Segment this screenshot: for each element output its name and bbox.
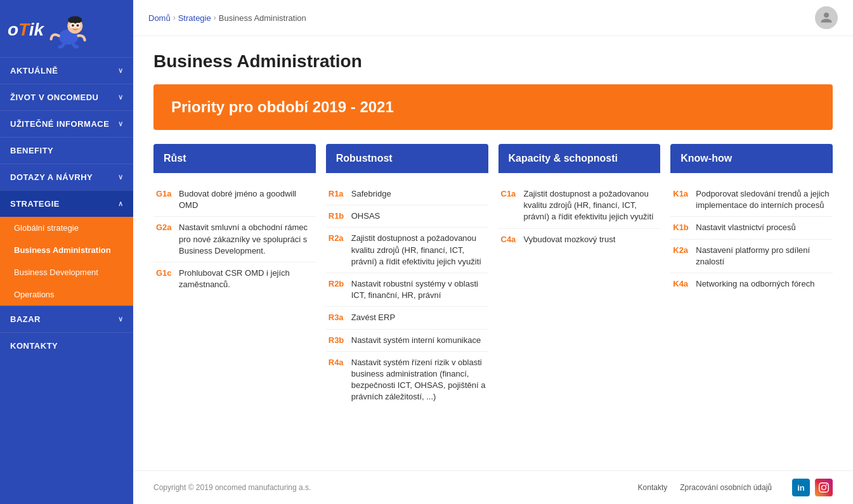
breadcrumb-home[interactable]: Domů	[148, 13, 171, 23]
instagram-icon[interactable]	[815, 479, 833, 496]
list-item: K4a Networking na odborných fórech	[670, 273, 833, 295]
nav-item-aktualne[interactable]: AKTUÁLNĚ ∨	[0, 57, 133, 84]
list-item: K2a Nastavení platformy pro sdílení znal…	[670, 240, 833, 273]
column-robustnost-header: Robustnost	[326, 144, 488, 173]
nav-item-kontakty[interactable]: KONTAKTY	[0, 332, 133, 359]
list-item: R2b Nastavit robustní systémy v oblasti …	[326, 273, 488, 307]
column-rust: Růst G1a Budovat dobré jméno a goodwill …	[153, 144, 316, 408]
list-item: C4a Vybudovat mozkový trust	[498, 229, 661, 250]
list-item: R4a Nastavit systém řízení rizik v oblas…	[326, 352, 488, 408]
footer-link-kontakty[interactable]: Kontakty	[638, 483, 668, 492]
list-item: K1b Nastavit vlastnictví procesů	[670, 217, 833, 239]
linkedin-icon[interactable]: in	[792, 479, 810, 496]
user-avatar[interactable]	[815, 6, 838, 29]
svg-point-4	[77, 24, 79, 26]
column-rust-header: Růst	[153, 144, 316, 173]
strategie-subnav: Globální strategie Business Administrati…	[0, 217, 133, 306]
column-kapacity-header: Kapacity & schopnosti	[498, 144, 661, 173]
nav-item-strategie[interactable]: STRATEGIE ∧	[0, 190, 133, 217]
list-item: R3a Zavést ERP	[326, 307, 488, 329]
subnav-item-globalni[interactable]: Globální strategie	[0, 217, 133, 239]
content-area: Business Administration Priority pro obd…	[133, 36, 853, 470]
topbar: Domů › Strategie › Business Administrati…	[133, 0, 853, 36]
page-title: Business Administration	[153, 51, 833, 72]
logo-text[interactable]: oTik	[8, 21, 44, 39]
chevron-down-icon: ∨	[118, 173, 124, 181]
footer-link-osobni[interactable]: Zpracování osobních údajů	[680, 483, 772, 492]
breadcrumb-strategie[interactable]: Strategie	[178, 13, 211, 23]
list-item: R1b OHSAS	[326, 205, 488, 228]
chevron-up-icon: ∧	[118, 200, 124, 208]
footer-social: in	[792, 479, 833, 496]
column-knowhow-header: Know-how	[670, 144, 833, 173]
nav-item-bazar[interactable]: BAZAR ∨	[0, 306, 133, 332]
column-knowhow: Know-how K1a Podporovat sledování trendů…	[670, 144, 833, 408]
svg-point-3	[72, 24, 74, 26]
column-kapacity: Kapacity & schopnosti C1a Zajistit dostu…	[498, 144, 661, 408]
list-item: G1a Budovat dobré jméno a goodwill OMD	[153, 183, 316, 217]
logo-mascot	[46, 11, 91, 49]
chevron-down-icon: ∨	[118, 67, 124, 75]
list-item: G1c Prohlubovat CSR OMD i jejích zaměstn…	[153, 262, 316, 295]
footer: Copyright © 2019 oncomed manufacturing a…	[133, 470, 853, 504]
breadcrumb-current: Business Administration	[219, 13, 306, 23]
subnav-item-business-dev[interactable]: Business Development	[0, 261, 133, 283]
footer-links: Kontakty Zpracování osobních údajů	[638, 483, 772, 492]
breadcrumb-sep-2: ›	[214, 13, 216, 22]
priority-banner: Priority pro období 2019 - 2021	[153, 84, 833, 130]
list-item: R3b Nastavit systém interní komunikace	[326, 330, 488, 352]
list-item: G2a Nastavit smluvní a obchodní rámec pr…	[153, 217, 316, 262]
sidebar-logo: oTik	[0, 0, 133, 57]
breadcrumb-sep-1: ›	[173, 13, 176, 22]
nav-item-zivot[interactable]: ŽIVOT V ONCOMEDU ∨	[0, 84, 133, 110]
list-item: C1a Zajistit dostupnost a požadovanou kv…	[498, 183, 661, 229]
list-item: K1a Podporovat sledování trendů a jejich…	[670, 183, 833, 217]
list-item: R1a Safebridge	[326, 183, 488, 205]
chevron-down-icon: ∨	[118, 315, 124, 323]
chevron-down-icon: ∨	[118, 120, 124, 128]
subnav-item-business-admin[interactable]: Business Administration	[0, 239, 133, 261]
priority-columns: Růst G1a Budovat dobré jméno a goodwill …	[153, 144, 833, 408]
subnav-item-operations[interactable]: Operations	[0, 283, 133, 306]
svg-point-2	[68, 16, 82, 24]
footer-copyright: Copyright © 2019 oncomed manufacturing a…	[153, 483, 311, 492]
breadcrumb: Domů › Strategie › Business Administrati…	[148, 13, 306, 23]
chevron-down-icon: ∨	[118, 93, 124, 101]
column-robustnost: Robustnost R1a Safebridge R1b OHSAS R2a …	[326, 144, 488, 408]
nav-item-benefity[interactable]: BENEFITY	[0, 137, 133, 164]
sidebar: oTik	[0, 0, 133, 504]
nav-item-dotazy[interactable]: DOTAZY A NÁVRHY ∨	[0, 164, 133, 190]
main-content: Domů › Strategie › Business Administrati…	[133, 0, 853, 504]
list-item: R2a Zajistit dostupnost a požadovanou kv…	[326, 228, 488, 273]
nav-item-uzitecne[interactable]: UŽITEČNÉ INFORMACE ∨	[0, 110, 133, 137]
